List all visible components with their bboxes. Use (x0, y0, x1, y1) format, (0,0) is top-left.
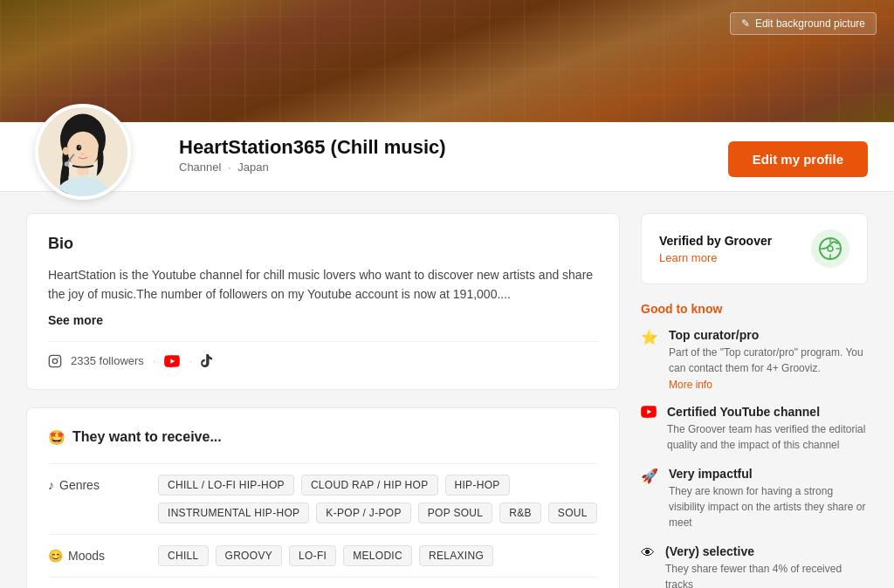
tag-groovy: GROOVY (216, 545, 282, 566)
impactful-title: Very impactful (669, 467, 868, 481)
banner: ✎ Edit background picture (0, 0, 894, 122)
channel-location: Japan (237, 161, 268, 174)
profile-section: HeartStation365 (Chill music) Channel · … (0, 122, 894, 192)
youtube-icon (164, 355, 180, 367)
impactful-content: Very impactful They are known for having… (669, 467, 868, 530)
verified-icon (811, 229, 849, 268)
bio-card: Bio HeartStation is the Youtube channel … (26, 213, 620, 390)
verified-title: Verified by Groover (659, 234, 772, 248)
more-info-link[interactable]: More info (669, 379, 868, 391)
learn-more-link[interactable]: Learn more (659, 251, 772, 264)
channel-name: HeartStation365 (Chill music) (179, 136, 446, 159)
receive-card: 🤩 They want to receive... ♪ Genres CHILL… (26, 407, 620, 588)
moods-icon: 😊 (48, 549, 63, 563)
selective-desc: They share fewer than 4% of received tra… (665, 561, 868, 588)
receive-title: 🤩 They want to receive... (48, 429, 598, 446)
youtube-content: Certified YouTube channel The Groover te… (667, 405, 868, 453)
tag-cloud-rap: CLOUD RAP / HIP HOP (301, 475, 438, 496)
tiktok-icon (201, 354, 213, 368)
moods-label: Moods (68, 549, 105, 563)
tag-rnb: R&B (499, 503, 541, 523)
moods-tags: CHILL GROOVY LO-FI MELODIC RELAXING (158, 545, 493, 566)
page-wrapper: ✎ Edit background picture (0, 0, 894, 588)
genres-label: Genres (59, 478, 100, 492)
tag-chill: CHILL (158, 545, 209, 566)
dot-sep2: · (153, 354, 156, 367)
left-column: Bio HeartStation is the Youtube channel … (26, 213, 620, 588)
edit-background-button[interactable]: ✎ Edit background picture (730, 12, 877, 35)
genres-row: ♪ Genres CHILL / LO-FI HIP-HOP CLOUD RAP… (48, 463, 598, 534)
rocket-icon: 🚀 (641, 468, 658, 530)
edit-background-label: Edit background picture (755, 17, 865, 30)
youtube-title: Certified YouTube channel (667, 405, 868, 419)
know-item-selective: 👁 (Very) selective They share fewer than… (641, 544, 868, 588)
attribute-row: ⊙ Attribute AVAILABLE ON SPOTIFY (48, 577, 598, 588)
curator-content: Top curator/pro Part of the "Top curator… (669, 328, 868, 391)
followers-text: 2335 followers (71, 354, 144, 367)
social-row: 2335 followers · · (48, 341, 598, 368)
channel-info: HeartStation365 (Chill music) Channel · … (179, 136, 446, 177)
avatar-svg (38, 107, 127, 196)
genres-label-container: ♪ Genres (48, 475, 144, 492)
tag-soul: SOUL (548, 503, 597, 523)
tag-pop-soul: POP SOUL (418, 503, 493, 523)
tag-chill-lofi: CHILL / LO-FI HIP-HOP (158, 475, 294, 496)
selective-title: (Very) selective (665, 544, 868, 558)
dot-separator: · (228, 161, 231, 174)
tag-instrumental: INSTRUMENTAL HIP-HOP (158, 503, 309, 523)
tag-kpop: K-POP / J-POP (316, 503, 410, 523)
see-more-button[interactable]: See more (48, 313, 598, 327)
channel-type: Channel (179, 161, 221, 174)
tag-lofi: LO-FI (289, 545, 336, 566)
svg-rect-9 (49, 355, 60, 366)
star-icon: ⭐ (641, 329, 658, 391)
tag-relaxing: RELAXING (419, 545, 493, 566)
moods-row: 😊 Moods CHILL GROOVY LO-FI MELODIC RELAX… (48, 534, 598, 577)
know-item-youtube: Certified YouTube channel The Groover te… (641, 405, 868, 453)
svg-point-8 (65, 161, 70, 167)
verified-info: Verified by Groover Learn more (659, 234, 772, 264)
receive-label: They want to receive... (72, 429, 222, 445)
youtube-cert-icon (641, 406, 657, 453)
genres-tags: CHILL / LO-FI HIP-HOP CLOUD RAP / HIP HO… (158, 475, 598, 523)
bio-text: HeartStation is the Youtube channel for … (48, 265, 598, 304)
curator-desc: Part of the "Top curator/pro" program. Y… (669, 345, 868, 376)
svg-point-10 (52, 359, 57, 363)
svg-point-13 (828, 246, 833, 251)
channel-subtitle: Channel · Japan (179, 161, 446, 174)
moods-label-container: 😊 Moods (48, 545, 144, 563)
good-to-know-title: Good to know (641, 302, 868, 316)
dot-sep3: · (189, 354, 192, 367)
main-content: Bio HeartStation is the Youtube channel … (0, 192, 894, 588)
know-item-impactful: 🚀 Very impactful They are known for havi… (641, 467, 868, 530)
tag-hiphop: HIP-HOP (445, 475, 510, 496)
verified-card: Verified by Groover Learn more (641, 213, 868, 284)
curator-title: Top curator/pro (669, 328, 868, 342)
svg-point-4 (63, 147, 69, 154)
avatar (35, 104, 131, 200)
svg-point-5 (77, 145, 82, 150)
instagram-icon (48, 354, 62, 368)
youtube-desc: The Groover team has verified the editor… (667, 421, 868, 453)
svg-point-11 (58, 357, 58, 358)
edit-profile-button[interactable]: Edit my profile (728, 141, 868, 177)
genres-icon: ♪ (48, 478, 54, 492)
svg-rect-3 (78, 164, 89, 175)
impactful-desc: They are known for having a strong visib… (669, 483, 868, 530)
know-item-curator: ⭐ Top curator/pro Part of the "Top curat… (641, 328, 868, 391)
selective-content: (Very) selective They share fewer than 4… (665, 544, 868, 588)
right-column: Verified by Groover Learn more Good to k… (641, 213, 868, 588)
eye-icon: 👁 (641, 545, 655, 588)
bio-title: Bio (48, 235, 598, 253)
edit-icon: ✎ (741, 17, 750, 30)
receive-emoji: 🤩 (48, 429, 65, 446)
good-to-know-section: Good to know ⭐ Top curator/pro Part of t… (641, 302, 868, 588)
svg-point-6 (79, 147, 80, 148)
tag-melodic: MELODIC (343, 545, 412, 566)
svg-point-2 (66, 132, 99, 168)
